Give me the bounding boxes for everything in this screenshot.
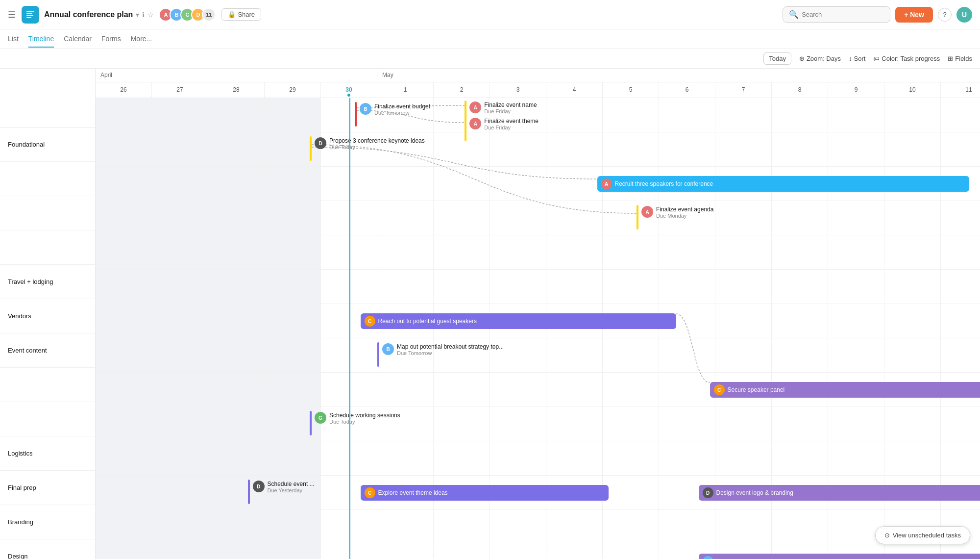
task-pin-finalize-event-budget[interactable]: BFinalize event budgetDue Tomorrow — [355, 102, 430, 127]
task-bar-reach-out[interactable]: CReach out to potential guest speakers — [361, 313, 676, 329]
grid-cell-r7-c15 — [941, 338, 980, 372]
tab-timeline[interactable]: Timeline — [28, 31, 54, 48]
task-pin-map-breakout[interactable]: BMap out potential breakout strategy top… — [377, 342, 504, 367]
member-avatars: A B C D 11 — [159, 8, 216, 22]
lock-icon: 🔒 — [228, 11, 236, 18]
grid-cell-r5-c1 — [152, 270, 208, 304]
grid-cell-r1-c12 — [772, 132, 828, 166]
grid-cell-r3-c6 — [434, 201, 490, 235]
grid-cell-r6-c2 — [208, 304, 265, 338]
grid-cell-r3-c8 — [546, 201, 603, 235]
zoom-button[interactable]: ⊕ Zoom: Days — [799, 55, 841, 62]
pin-color-strip — [310, 136, 312, 161]
grid-cell-r0-c15 — [941, 98, 980, 132]
grid-cell-r8-c5 — [377, 373, 434, 407]
grid-cell-r7-c12 — [772, 338, 828, 372]
timeline-toolbar: Today ⊕ Zoom: Days ↕ Sort 🏷 Color: Task … — [0, 49, 980, 69]
star-icon[interactable]: ☆ — [147, 11, 154, 19]
task-bar-recruit-speakers[interactable]: ARecruit three speakers for conference — [597, 176, 969, 192]
date-cell-28: 28 — [208, 82, 265, 98]
grid-cell-r4-c1 — [152, 235, 208, 269]
search-input[interactable] — [802, 11, 884, 18]
pin-due: Due Friday — [484, 108, 537, 114]
grid-cell-r11-c1 — [152, 476, 208, 509]
grid-cell-r3-c7 — [490, 201, 546, 235]
svg-rect-3 — [26, 17, 31, 18]
pin-content: Finalize event nameDue Friday — [484, 101, 537, 114]
task-pin-finalize-event-theme[interactable]: AFinalize event themeDue Friday — [465, 117, 539, 141]
task-avatar: C — [714, 384, 725, 395]
grid-cell-r10-c2 — [208, 441, 265, 475]
task-bar-explore-theme[interactable]: CExplore event theme ideas — [361, 485, 609, 501]
pin-avatar: B — [360, 103, 371, 115]
task-avatar: C — [365, 487, 375, 498]
grid-cell-r10-c15 — [941, 441, 980, 475]
grid-cell-r10-c6 — [434, 441, 490, 475]
grid-cell-r3-c4 — [321, 201, 377, 235]
task-label: Recruit three speakers for conference — [615, 180, 713, 187]
task-bar-design-logo[interactable]: DDesign event logo & branding — [699, 485, 980, 501]
grid-cell-r3-c1 — [152, 201, 208, 235]
unscheduled-button[interactable]: ⊙ View unscheduled tasks — [875, 526, 970, 544]
grid-row-10 — [96, 441, 980, 476]
unscheduled-icon: ⊙ — [884, 532, 890, 539]
grid-cell-r12-c1 — [152, 510, 208, 544]
new-button[interactable]: + New — [895, 7, 933, 23]
grid-cell-r2-c0 — [96, 167, 152, 201]
date-cell-8: 8 — [772, 82, 828, 98]
sort-button[interactable]: ↕ Sort — [849, 55, 865, 62]
dropdown-chevron[interactable]: ▾ — [136, 11, 139, 19]
grid-cell-r0-c12 — [772, 98, 828, 132]
help-button[interactable]: ? — [938, 8, 952, 22]
grid-cell-r5-c11 — [715, 270, 772, 304]
grid-cell-r8-c8 — [546, 373, 603, 407]
pin-avatar: A — [641, 206, 653, 218]
task-pin-schedule-working[interactable]: GSchedule working sessionsDue Today — [310, 411, 400, 435]
date-cell-11: 11 — [941, 82, 980, 98]
grid-cell-r0-c2 — [208, 98, 265, 132]
pin-due: Due Today — [329, 419, 400, 425]
today-button[interactable]: Today — [763, 52, 791, 65]
color-button[interactable]: 🏷 Color: Task progress — [873, 55, 940, 62]
tab-list[interactable]: List — [8, 31, 19, 48]
grid-cell-r1-c10 — [659, 132, 715, 166]
pin-content: Propose 3 conference keynote ideasDue To… — [329, 136, 425, 150]
share-button[interactable]: 🔒 Share — [221, 8, 261, 21]
info-icon[interactable]: ℹ — [142, 11, 145, 19]
grid-cell-r5-c6 — [434, 270, 490, 304]
grid-cell-r5-c8 — [546, 270, 603, 304]
date-cell-2: 2 — [434, 82, 490, 98]
user-avatar[interactable]: U — [956, 7, 972, 23]
pin-content: Finalize event budgetDue Tomorrow — [374, 102, 430, 116]
grid-cell-r0-c11 — [715, 98, 772, 132]
task-pin-schedule-event[interactable]: DSchedule event ...Due Yesterday — [248, 480, 315, 504]
grid-cell-r3-c13 — [828, 201, 884, 235]
row-label-final-prep: Final prep — [0, 471, 95, 505]
grid-cell-r10-c7 — [490, 441, 546, 475]
row-label-foundational2 — [0, 162, 95, 196]
grid-cell-r1-c11 — [715, 132, 772, 166]
grid-cell-r10-c13 — [828, 441, 884, 475]
search-box[interactable]: 🔍 — [783, 6, 890, 23]
task-pin-finalize-event-agenda[interactable]: AFinalize event agendaDue Monday — [637, 205, 713, 229]
task-bar-send-save[interactable]: BSend save the da... — [699, 554, 980, 559]
task-pin-propose-keynote[interactable]: DPropose 3 conference keynote ideasDue T… — [310, 136, 425, 161]
grid-cell-r10-c5 — [377, 441, 434, 475]
grid-cell-r5-c3 — [265, 270, 321, 304]
tab-forms[interactable]: Forms — [101, 31, 121, 48]
task-bar-secure-panel[interactable]: CSecure speaker panel — [710, 382, 980, 398]
grid-cell-r2-c1 — [152, 167, 208, 201]
tab-calendar[interactable]: Calendar — [64, 31, 92, 48]
tab-more[interactable]: More... — [131, 31, 152, 48]
grid-cell-r8-c1 — [152, 373, 208, 407]
grid-cell-r4-c4 — [321, 235, 377, 269]
grid-cell-r1-c8 — [546, 132, 603, 166]
grid-cell-r4-c8 — [546, 235, 603, 269]
grid-cell-r10-c3 — [265, 441, 321, 475]
hamburger-menu[interactable]: ☰ — [8, 9, 16, 20]
member-count[interactable]: 11 — [202, 8, 216, 22]
grid-cell-r3-c12 — [772, 201, 828, 235]
fields-button[interactable]: ⊞ Fields — [948, 55, 972, 62]
grid-cell-r1-c9 — [603, 132, 659, 166]
grid-cell-r10-c12 — [772, 441, 828, 475]
